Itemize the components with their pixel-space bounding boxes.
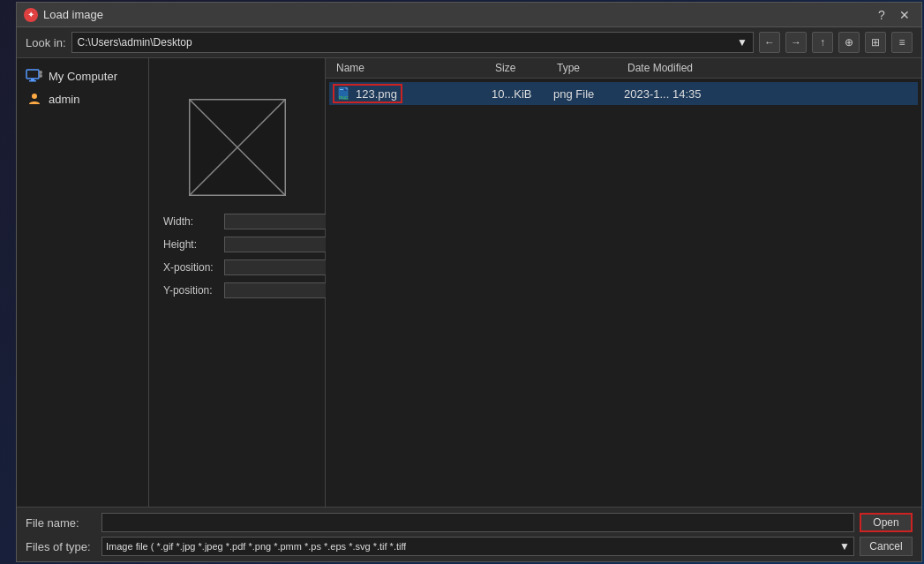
filetype-combobox[interactable]: Image file ( *.gif *.jpg *.jpeg *.pdf *.… (101, 537, 854, 556)
file-name-cell: PNG 123.png (333, 84, 492, 103)
file-browser: Name Size Type Date Modified (326, 58, 921, 507)
filetype-label: Files of type: (26, 540, 96, 553)
table-row[interactable]: PNG 123.png 10...KiB png File 2023-1... … (329, 82, 918, 105)
toolbar: Look in: C:\Users\admin\Desktop ▼ ← → ↑ … (17, 27, 921, 58)
svg-rect-1 (31, 79, 34, 80)
filetype-dropdown-icon: ▼ (839, 540, 850, 553)
svg-rect-11 (340, 89, 343, 90)
file-header: Name Size Type Date Modified (326, 58, 921, 79)
yposition-label: Y-position: (163, 284, 221, 297)
bottom-bar: File name: Open Files of type: Image fil… (17, 507, 921, 561)
filename-row: File name: Open (26, 513, 913, 532)
yposition-row: Y-position: (163, 282, 311, 298)
filename-label: File name: (26, 516, 96, 530)
file-name: 123.png (356, 87, 397, 101)
app-icon: ✦ (24, 8, 38, 22)
width-row: Width: (163, 214, 311, 229)
nav-forward-button[interactable]: → (785, 32, 807, 53)
col-name[interactable]: Name (333, 60, 492, 76)
filetype-row: Files of type: Image file ( *.gif *.jpg … (26, 537, 913, 556)
file-size-cell: 10...KiB (492, 87, 553, 101)
nav-new-folder-button[interactable]: ⊕ (838, 32, 860, 53)
file-type-cell: png File (553, 87, 624, 101)
svg-text:PNG: PNG (339, 95, 349, 101)
filename-input[interactable] (101, 513, 854, 532)
svg-point-3 (39, 71, 42, 74)
computer-icon (26, 69, 43, 83)
close-button[interactable]: ✕ (895, 7, 914, 23)
user-icon (26, 92, 43, 106)
filetype-value: Image file ( *.gif *.jpg *.jpeg *.pdf *.… (106, 541, 406, 552)
help-button[interactable]: ? (872, 7, 891, 23)
svg-rect-0 (26, 70, 39, 79)
dialog-title: Load image (43, 8, 872, 21)
col-date[interactable]: Date Modified (624, 60, 914, 76)
col-type[interactable]: Type (553, 60, 624, 76)
load-image-dialog: ✦ Load image ? ✕ Look in: C:\Users\admin… (16, 2, 922, 562)
title-bar-controls: ? ✕ (872, 7, 914, 23)
view-list-button[interactable]: ≡ (891, 32, 913, 53)
image-preview (189, 99, 286, 196)
open-button[interactable]: Open (860, 513, 913, 532)
look-in-value: C:\Users\admin\Desktop (78, 36, 192, 49)
my-computer-label: My Computer (49, 70, 117, 83)
width-label: Width: (163, 215, 221, 228)
title-bar: ✦ Load image ? ✕ (17, 3, 921, 27)
xposition-label: X-position: (163, 261, 221, 274)
sidebar-item-my-computer[interactable]: My Computer (20, 65, 145, 86)
look-in-label: Look in: (26, 36, 66, 49)
nav-up-button[interactable]: ↑ (812, 32, 833, 53)
png-file-icon: PNG (338, 86, 352, 101)
height-row: Height: (163, 237, 311, 252)
nav-back-button[interactable]: ← (759, 32, 780, 53)
xposition-row: X-position: (163, 259, 311, 275)
places-panel: My Computer admin (17, 58, 149, 507)
view-icons-button[interactable]: ⊞ (865, 32, 886, 53)
file-date-cell: 2023-1... 14:35 (624, 87, 914, 101)
dropdown-arrow-icon: ▼ (737, 36, 747, 49)
svg-rect-2 (29, 80, 36, 82)
cancel-button[interactable]: Cancel (860, 537, 913, 556)
sidebar-item-admin[interactable]: admin (20, 88, 145, 109)
main-content: My Computer admin (17, 58, 921, 507)
preview-area: Width: Height: X-position: Y-position: (149, 58, 326, 507)
col-size[interactable]: Size (492, 60, 553, 76)
height-label: Height: (163, 238, 221, 251)
preview-fields: Width: Height: X-position: Y-position: (163, 214, 311, 298)
svg-point-5 (32, 94, 37, 99)
svg-point-4 (39, 74, 42, 78)
admin-label: admin (49, 93, 79, 106)
file-list: PNG 123.png 10...KiB png File 2023-1... … (326, 79, 921, 507)
look-in-combobox[interactable]: C:\Users\admin\Desktop ▼ (71, 32, 754, 53)
